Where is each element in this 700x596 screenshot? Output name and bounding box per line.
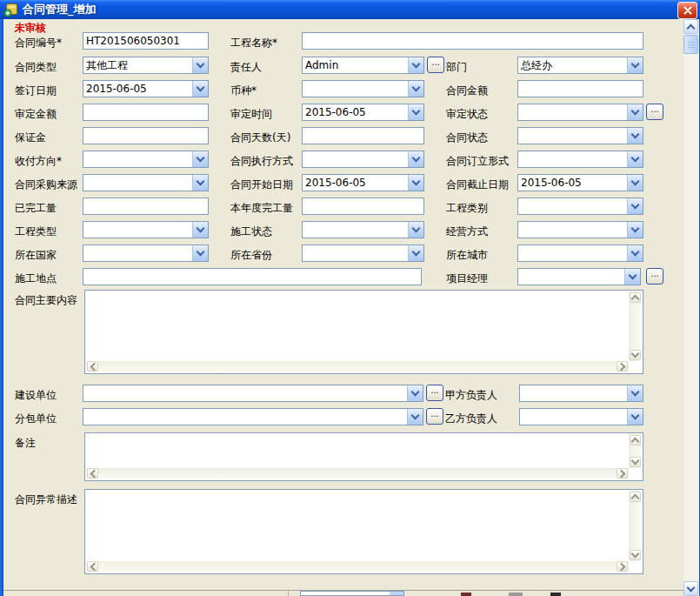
scroll-up-button[interactable]	[630, 492, 641, 502]
chevron-down-icon[interactable]	[408, 81, 423, 97]
pay-direction-combo[interactable]	[83, 151, 209, 168]
close-button[interactable]	[677, 2, 697, 19]
exception-desc-memo[interactable]	[84, 489, 643, 574]
remark-memo[interactable]	[84, 432, 643, 481]
memo-vscrollbar[interactable]	[629, 491, 642, 561]
scrollbar-thumb[interactable]	[683, 35, 698, 54]
chevron-down-icon[interactable]	[408, 151, 423, 167]
scroll-down-button[interactable]	[683, 581, 698, 596]
contract-no-input[interactable]	[83, 32, 209, 50]
chevron-down-icon[interactable]	[627, 198, 643, 214]
party-a-combo[interactable]	[519, 385, 643, 402]
chevron-down-icon[interactable]	[407, 409, 423, 425]
responsible-label: 责任人	[230, 60, 262, 75]
memo-vscrollbar[interactable]	[629, 434, 642, 468]
construction-status-combo[interactable]	[302, 221, 424, 238]
scroll-right-button[interactable]	[617, 361, 628, 372]
chevron-down-icon[interactable]	[627, 222, 643, 238]
deposit-input[interactable]	[83, 127, 209, 144]
province-combo[interactable]	[302, 244, 424, 262]
site-location-input[interactable]	[83, 268, 422, 285]
country-combo[interactable]	[83, 244, 209, 262]
project-type-label: 工程类型	[15, 224, 57, 239]
scroll-left-button[interactable]	[87, 468, 98, 479]
chevron-down-icon[interactable]	[408, 245, 423, 261]
chevron-down-icon[interactable]	[627, 245, 643, 261]
establish-form-combo[interactable]	[517, 151, 643, 168]
main-content-memo[interactable]	[84, 290, 643, 374]
construction-unit-combo[interactable]	[83, 385, 423, 402]
chevron-down-icon[interactable]	[408, 222, 423, 238]
contract-days-input[interactable]	[302, 127, 424, 144]
chevron-down-icon[interactable]	[627, 57, 643, 73]
approved-time-picker[interactable]: 2015-06-05	[302, 104, 424, 121]
subcontract-unit-combo[interactable]	[83, 408, 423, 425]
operation-mode-combo[interactable]	[517, 221, 643, 238]
party-b-combo[interactable]	[519, 408, 643, 425]
chevron-down-icon[interactable]	[627, 175, 643, 191]
chevron-left-icon	[90, 469, 98, 478]
contract-days-label: 合同天数(天)	[230, 131, 290, 145]
chevron-down-icon[interactable]	[627, 128, 643, 144]
scroll-down-button[interactable]	[630, 350, 641, 360]
scroll-down-button[interactable]	[630, 457, 641, 467]
exec-mode-combo[interactable]	[302, 151, 424, 168]
chevron-down-icon[interactable]	[192, 57, 208, 73]
chevron-down-icon[interactable]	[627, 104, 643, 120]
memo-hscrollbar[interactable]	[86, 561, 629, 573]
scroll-up-button[interactable]	[630, 435, 641, 445]
construction-unit-lookup-button[interactable]: ...	[426, 385, 443, 401]
chevron-down-icon[interactable]	[192, 175, 208, 191]
scroll-up-button[interactable]	[683, 19, 698, 34]
bottom-toolbar-combo-partial[interactable]	[300, 591, 404, 596]
purchase-source-combo[interactable]	[83, 174, 209, 191]
chevron-down-icon[interactable]	[408, 175, 423, 191]
chevron-down-icon[interactable]	[408, 57, 423, 73]
chevron-down-icon[interactable]	[627, 151, 643, 167]
city-combo[interactable]	[517, 244, 643, 262]
memo-hscrollbar[interactable]	[86, 361, 629, 372]
contract-amount-input[interactable]	[517, 80, 643, 97]
subcontract-unit-lookup-button[interactable]: ...	[426, 408, 443, 425]
chevron-down-icon[interactable]	[407, 385, 423, 401]
scroll-left-button[interactable]	[87, 361, 98, 372]
end-date-picker[interactable]: 2015-06-05	[517, 174, 643, 191]
memo-vscrollbar[interactable]	[629, 291, 642, 361]
approved-amount-input[interactable]	[83, 104, 209, 121]
scroll-right-button[interactable]	[617, 468, 628, 479]
start-date-picker[interactable]: 2015-06-05	[302, 174, 424, 191]
chevron-down-icon[interactable]	[192, 222, 208, 238]
contract-type-combo[interactable]: 其他工程	[83, 57, 209, 74]
department-combo[interactable]: 总经办	[517, 57, 643, 74]
scroll-left-button[interactable]	[87, 561, 98, 572]
responsible-lookup-button[interactable]: ...	[427, 57, 444, 73]
scroll-up-button[interactable]	[630, 292, 641, 303]
chevron-down-icon	[687, 583, 696, 592]
contract-status-combo[interactable]	[517, 127, 643, 144]
project-name-input[interactable]	[302, 32, 643, 50]
project-category-combo[interactable]	[517, 198, 643, 215]
project-type-combo[interactable]	[83, 221, 209, 238]
chevron-down-icon[interactable]	[624, 269, 640, 285]
chevron-down-icon[interactable]	[192, 81, 208, 97]
approved-status-lookup-button[interactable]: ...	[646, 104, 663, 120]
sign-date-picker[interactable]: 2015-06-05	[83, 80, 209, 97]
currency-combo[interactable]	[302, 80, 424, 97]
chevron-down-icon[interactable]	[627, 385, 643, 401]
project-manager-lookup-button[interactable]: ...	[646, 268, 663, 285]
chevron-down-icon[interactable]	[192, 151, 208, 167]
year-completed-qty-input[interactable]	[302, 198, 424, 215]
memo-hscrollbar[interactable]	[86, 468, 629, 479]
completed-qty-input[interactable]	[83, 198, 209, 215]
chevron-right-icon	[617, 362, 625, 371]
window-scrollbar[interactable]	[683, 19, 699, 596]
approved-status-combo[interactable]	[517, 104, 643, 121]
scroll-right-button[interactable]	[617, 561, 628, 572]
chevron-down-icon[interactable]	[627, 409, 643, 425]
scroll-down-button[interactable]	[630, 550, 641, 560]
responsible-combo[interactable]: Admin	[302, 57, 424, 74]
project-manager-combo[interactable]	[517, 268, 641, 285]
chevron-down-icon[interactable]	[408, 104, 423, 120]
chevron-down-icon[interactable]	[192, 245, 208, 261]
title-bar[interactable]: 合同管理_增加	[0, 0, 700, 19]
